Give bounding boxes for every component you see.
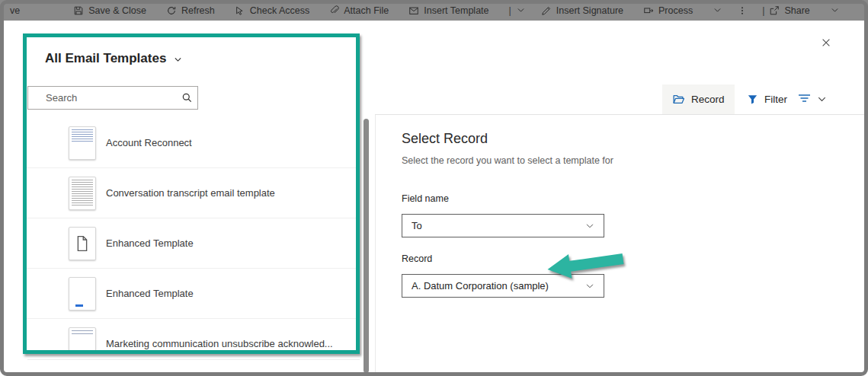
templates-panel-highlight-box: All Email Templates Account ReconnectCon… <box>23 33 360 354</box>
search-input[interactable] <box>28 91 181 104</box>
template-name: Account Reconnect <box>106 137 192 148</box>
insert-template-icon <box>408 5 419 16</box>
command-label: Insert Signature <box>556 5 623 16</box>
filter-icon <box>747 94 758 105</box>
command-attach-file[interactable]: Attach File <box>329 5 389 16</box>
command-insert-template[interactable]: Insert Template <box>408 5 488 16</box>
template-row[interactable]: Marketing communication unsubscribe ackn… <box>27 319 356 354</box>
chevron-down-icon <box>830 5 840 15</box>
template-thumbnail-blank-dash <box>69 277 96 311</box>
command-share-chevron[interactable] <box>830 5 840 15</box>
command-insert-signature[interactable]: Insert Signature <box>541 5 623 16</box>
screenshot-window: veSave & CloseRefreshCheck AccessAttach … <box>0 0 868 376</box>
command-refresh[interactable]: Refresh <box>166 5 215 16</box>
template-name: Enhanced Template <box>106 237 194 249</box>
check-access-icon <box>235 5 245 16</box>
command-label: Save & Close <box>88 5 146 16</box>
record-value: A. Datum Corporation (sample) <box>402 280 585 292</box>
right-toolbar-divider <box>375 114 864 115</box>
command-insert-template-chevron[interactable] <box>516 5 526 15</box>
command-share[interactable]: Share <box>769 5 809 16</box>
command-label: Attach File <box>344 5 389 16</box>
field-name-label: Field name <box>402 193 449 204</box>
command-separator: | <box>762 5 764 16</box>
record-tab-label: Record <box>691 94 725 105</box>
process-icon <box>643 5 654 16</box>
share-icon <box>769 5 780 16</box>
list-scrollbar[interactable] <box>364 119 369 373</box>
search-icon[interactable] <box>181 92 193 104</box>
field-name-value: To <box>402 220 585 231</box>
command-bar: veSave & CloseRefreshCheck AccessAttach … <box>0 0 868 21</box>
more-vertical-icon <box>738 5 747 16</box>
command-save-and-close[interactable]: Save & Close <box>73 5 146 16</box>
template-picker-dialog: All Email Templates Account ReconnectCon… <box>0 21 868 376</box>
attach-icon <box>329 5 339 15</box>
record-label: Record <box>402 253 432 264</box>
dialog-subtitle: Select the record you want to select a t… <box>402 155 613 166</box>
chevron-down-icon <box>585 281 595 292</box>
search-box <box>27 86 198 110</box>
template-row[interactable]: Enhanced Template <box>27 269 356 319</box>
template-row[interactable]: Enhanced Template <box>27 218 356 269</box>
command-process-chevron[interactable] <box>713 5 722 15</box>
filter-button-label: Filter <box>764 94 787 105</box>
chevron-down-icon <box>173 55 183 65</box>
template-list: Account ReconnectConversation transcript… <box>27 118 356 354</box>
refresh-icon <box>166 5 177 16</box>
template-name: Conversation transcript email template <box>106 187 275 199</box>
dialog-heading: Select Record <box>402 131 488 147</box>
chevron-down-icon <box>585 221 595 231</box>
template-thumbnail-text-top <box>69 126 96 160</box>
command-label: Insert Template <box>424 5 488 16</box>
template-thumbnail-dense-text <box>69 177 96 210</box>
command-check-access[interactable]: Check Access <box>235 5 310 16</box>
view-selector-label: All Email Templates <box>45 51 166 66</box>
filter-button[interactable]: Filter <box>737 84 797 114</box>
command-separator: | <box>509 5 511 16</box>
field-name-select[interactable]: To <box>402 214 604 237</box>
command-save-partial[interactable]: ve <box>10 5 20 16</box>
template-name: Marketing communication unsubscribe ackn… <box>106 338 333 349</box>
template-row[interactable]: Conversation transcript email template <box>27 168 356 218</box>
list-bottom-divider <box>27 359 360 360</box>
command-more-commands[interactable] <box>738 5 747 16</box>
save-icon <box>73 5 84 16</box>
open-folder-icon <box>672 93 685 106</box>
close-icon[interactable] <box>817 33 835 52</box>
template-name: Enhanced Template <box>106 288 194 299</box>
template-row[interactable]: Account Reconnect <box>27 118 356 168</box>
chevron-down-icon <box>516 5 526 15</box>
chevron-down-icon <box>713 5 722 15</box>
more-views-chevron-icon[interactable] <box>816 94 828 108</box>
command-label: ve <box>10 5 20 16</box>
command-label: Check Access <box>250 5 310 16</box>
command-label: Share <box>784 5 809 16</box>
template-thumbnail-dash-top <box>69 327 96 355</box>
signature-icon <box>541 5 552 16</box>
view-selector[interactable]: All Email Templates <box>45 51 183 66</box>
record-select[interactable]: A. Datum Corporation (sample) <box>402 274 604 298</box>
record-tab-button[interactable]: Record <box>662 84 735 114</box>
template-thumbnail-doc-icon <box>69 227 96 260</box>
panel-divider <box>375 114 376 373</box>
command-label: Refresh <box>181 5 215 16</box>
sort-lines-icon[interactable] <box>797 91 812 105</box>
command-label: Process <box>658 5 693 16</box>
command-process[interactable]: Process <box>643 5 693 16</box>
